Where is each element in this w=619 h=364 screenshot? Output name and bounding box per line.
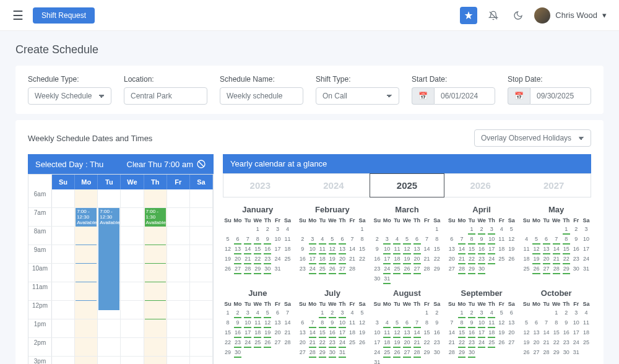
- day-cell[interactable]: [121, 227, 144, 245]
- calendar-day[interactable]: 22: [552, 337, 561, 347]
- calendar-day[interactable]: 3: [337, 308, 347, 318]
- calendar-day[interactable]: 21: [542, 337, 552, 347]
- calendar-day[interactable]: 14: [412, 327, 422, 337]
- star-icon[interactable]: [460, 7, 477, 24]
- day-cell[interactable]: [121, 301, 144, 319]
- calendar-day[interactable]: 24: [477, 337, 487, 347]
- schedule-type-select[interactable]: Weekly Schedule: [28, 87, 111, 105]
- calendar-day[interactable]: 21: [457, 254, 467, 264]
- calendar-day[interactable]: 10: [337, 318, 347, 327]
- calendar-day[interactable]: 1: [253, 224, 262, 234]
- calendar-day[interactable]: 17: [243, 327, 253, 337]
- day-cell[interactable]: [121, 208, 144, 226]
- calendar-day[interactable]: 17: [308, 254, 318, 264]
- calendar-day[interactable]: 15: [422, 327, 432, 337]
- calendar-day[interactable]: 30: [477, 264, 487, 274]
- calendar-day[interactable]: 20: [402, 337, 412, 347]
- calendar-day[interactable]: 26: [357, 337, 367, 347]
- calendar-day[interactable]: 3: [382, 234, 392, 244]
- calendar-day[interactable]: 2: [233, 308, 243, 318]
- calendar-day[interactable]: 5: [521, 318, 531, 327]
- calendar-day[interactable]: 14: [457, 244, 467, 254]
- calendar-day[interactable]: 1: [223, 308, 233, 318]
- calendar-day[interactable]: 14: [542, 327, 552, 337]
- calendar-day[interactable]: 3: [243, 308, 253, 318]
- calendar-day[interactable]: 8: [457, 318, 467, 327]
- calendar-day[interactable]: 16: [327, 327, 337, 337]
- calendar-day[interactable]: 27: [233, 264, 243, 274]
- calendar-day[interactable]: 30: [262, 264, 272, 274]
- day-cell[interactable]: 7:00 - 12:30 Available: [75, 208, 98, 226]
- calendar-day[interactable]: 4: [392, 234, 402, 244]
- calendar-day[interactable]: 12: [402, 244, 412, 254]
- calendar-day[interactable]: 7: [308, 318, 318, 327]
- calendar-day[interactable]: 6: [337, 234, 347, 244]
- day-cell[interactable]: [75, 245, 98, 263]
- calendar-day[interactable]: 12: [531, 244, 541, 254]
- calendar-day[interactable]: 13: [447, 244, 457, 254]
- menu-icon[interactable]: ☰: [12, 8, 24, 23]
- moon-icon[interactable]: [509, 7, 527, 24]
- calendar-day[interactable]: 7: [412, 318, 422, 327]
- calendar-day[interactable]: 1: [357, 224, 367, 234]
- calendar-day[interactable]: 4: [382, 318, 392, 327]
- day-cell[interactable]: [144, 338, 167, 356]
- calendar-day[interactable]: 23: [432, 337, 442, 347]
- calendar-day[interactable]: 19: [327, 254, 337, 264]
- calendar-day[interactable]: 20: [272, 327, 282, 337]
- calendar-day[interactable]: 4: [581, 308, 591, 318]
- calendar-day[interactable]: 2: [467, 308, 477, 318]
- day-cell[interactable]: [121, 282, 144, 300]
- calendar-day[interactable]: 2: [262, 224, 272, 234]
- calendar-day[interactable]: 28: [282, 337, 292, 347]
- calendar-day[interactable]: 9: [262, 234, 272, 244]
- user-menu[interactable]: Chris Wood ▾: [534, 7, 607, 24]
- calendar-day[interactable]: 26: [496, 337, 506, 347]
- calendar-day[interactable]: 25: [318, 264, 327, 274]
- calendar-day[interactable]: 21: [412, 337, 422, 347]
- calendar-day[interactable]: 20: [531, 337, 541, 347]
- calendar-day[interactable]: 17: [571, 327, 581, 337]
- clear-button[interactable]: Clear Thu 7:00 am: [127, 159, 206, 169]
- calendar-day[interactable]: 31: [372, 357, 382, 364]
- calendar-day[interactable]: 6: [233, 234, 243, 244]
- calendar-day[interactable]: 2: [571, 224, 581, 234]
- calendar-day[interactable]: 3: [571, 308, 581, 318]
- calendar-day[interactable]: 7: [347, 234, 357, 244]
- day-cell[interactable]: [75, 264, 98, 282]
- calendar-day[interactable]: 29: [223, 347, 233, 357]
- calendar-day[interactable]: 28: [308, 347, 318, 357]
- calendar-day[interactable]: 16: [561, 327, 571, 337]
- calendar-day[interactable]: 29: [422, 347, 432, 357]
- calendar-day[interactable]: 28: [552, 264, 561, 274]
- calendar-day[interactable]: 5: [402, 234, 412, 244]
- calendar-day[interactable]: 11: [521, 244, 531, 254]
- calendar-day[interactable]: 23: [327, 337, 337, 347]
- calendar-day[interactable]: 18: [347, 327, 357, 337]
- schedule-name-input[interactable]: [220, 87, 303, 105]
- day-cell[interactable]: [121, 189, 144, 207]
- calendar-day[interactable]: 6: [412, 234, 422, 244]
- calendar-day[interactable]: 31: [272, 264, 282, 274]
- day-cell[interactable]: [190, 357, 213, 364]
- calendar-day[interactable]: 19: [521, 337, 531, 347]
- calendar-day[interactable]: 14: [308, 327, 318, 337]
- calendar-day[interactable]: 7: [542, 318, 552, 327]
- calendar-day[interactable]: 10: [382, 244, 392, 254]
- calendar-day[interactable]: 18: [487, 327, 496, 337]
- calendar-day[interactable]: 18: [496, 244, 506, 254]
- calendar-day[interactable]: 19: [392, 337, 402, 347]
- calendar-day[interactable]: 17: [382, 254, 392, 264]
- day-cell[interactable]: [144, 227, 167, 245]
- day-cell[interactable]: [167, 301, 190, 319]
- calendar-day[interactable]: 28: [542, 347, 552, 357]
- calendar-day[interactable]: 23: [262, 254, 272, 264]
- day-cell[interactable]: [75, 319, 98, 337]
- calendar-day[interactable]: 5: [262, 308, 272, 318]
- calendar-day[interactable]: 10: [581, 234, 591, 244]
- calendar-day[interactable]: 24: [487, 254, 496, 264]
- calendar-day[interactable]: 25: [347, 337, 357, 347]
- calendar-day[interactable]: 1: [422, 308, 432, 318]
- bell-off-icon[interactable]: [485, 7, 502, 24]
- calendar-day[interactable]: 14: [347, 244, 357, 254]
